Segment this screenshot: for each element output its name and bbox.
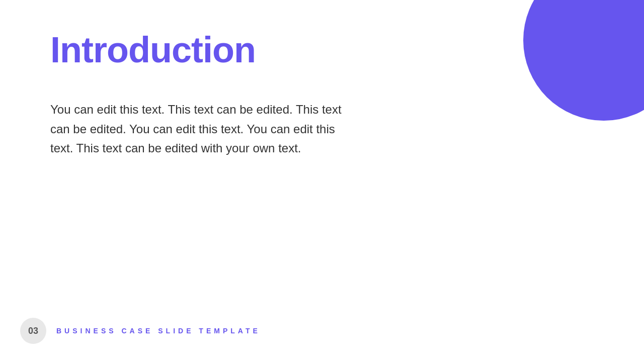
content-area: Introduction You can edit this text. Thi… [50, 30, 594, 158]
slide-body-text: You can edit this text. This text can be… [50, 100, 342, 158]
slide-footer: 03 BUSINESS CASE SLIDE TEMPLATE [20, 318, 261, 344]
slide: Introduction You can edit this text. Thi… [0, 0, 644, 362]
slide-label: BUSINESS CASE SLIDE TEMPLATE [56, 327, 261, 335]
slide-title: Introduction [50, 30, 594, 70]
slide-number: 03 [20, 318, 46, 344]
